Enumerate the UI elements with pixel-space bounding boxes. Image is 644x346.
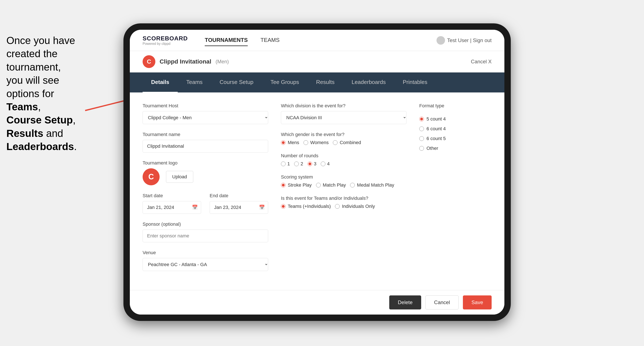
scoring-medal-match-option[interactable]: Medal Match Play: [350, 182, 394, 188]
scoring-match-radio[interactable]: [316, 183, 321, 187]
round-4-label: 4: [327, 161, 330, 167]
host-select[interactable]: Clippd College - Men: [142, 111, 268, 124]
gender-combined-label: Combined: [340, 140, 361, 145]
format-other-label: Other: [426, 146, 438, 151]
instruction-line3: tournament,: [6, 61, 61, 73]
tab-results[interactable]: Results: [308, 72, 343, 92]
round-4-radio[interactable]: [321, 162, 326, 166]
format-other-option[interactable]: Other: [419, 146, 492, 151]
scoring-medal-match-radio[interactable]: [350, 183, 355, 187]
round-1-option[interactable]: 1: [281, 161, 290, 167]
format-5count4-option[interactable]: 5 count 4: [419, 116, 492, 122]
user-area: Test User | Sign out: [436, 36, 492, 45]
format-6count4-radio[interactable]: [419, 127, 424, 131]
round-4-option[interactable]: 4: [321, 161, 330, 167]
user-avatar: [436, 36, 445, 45]
logo-upload-area: C Upload: [142, 168, 268, 185]
gender-label: Which gender is the event for?: [281, 132, 406, 137]
end-date-wrap: 📅: [210, 201, 268, 214]
round-2-radio[interactable]: [294, 162, 299, 166]
gender-combined-radio[interactable]: [333, 140, 338, 145]
individuals-only-radio[interactable]: [335, 204, 340, 209]
start-date-label: Start date: [142, 193, 201, 198]
format-other-radio[interactable]: [419, 146, 424, 151]
gender-combined-option[interactable]: Combined: [333, 140, 361, 145]
nav-teams[interactable]: TEAMS: [260, 35, 280, 46]
host-label: Tournament Host: [142, 103, 268, 109]
upload-button[interactable]: Upload: [166, 171, 193, 183]
delete-button[interactable]: Delete: [389, 295, 421, 310]
tab-course-setup[interactable]: Course Setup: [211, 72, 262, 92]
scoring-match-option[interactable]: Match Play: [316, 182, 346, 188]
tab-teams[interactable]: Teams: [178, 72, 211, 92]
scoring-label: Scoring system: [281, 174, 406, 180]
teams-plus-ind-radio[interactable]: [281, 204, 286, 209]
instruction-bold-teams: Teams: [6, 101, 38, 112]
scoring-match-label: Match Play: [323, 182, 346, 188]
name-field-group: Tournament name: [142, 132, 268, 153]
tablet-screen: SCOREBOARD Powered by clippd TOURNAMENTS…: [130, 30, 504, 315]
scoring-field-group: Scoring system Stroke Play Match Play: [281, 174, 406, 188]
format-label: Format type: [419, 103, 492, 109]
user-text[interactable]: Test User | Sign out: [447, 37, 492, 43]
cancel-button[interactable]: Cancel: [426, 295, 459, 310]
tab-details[interactable]: Details: [142, 72, 178, 92]
instruction-text: Once you have created the tournament, yo…: [0, 30, 111, 158]
round-3-radio[interactable]: [308, 162, 312, 166]
gender-mens-option[interactable]: Mens: [281, 140, 299, 145]
name-label: Tournament name: [142, 132, 268, 137]
format-6count4-option[interactable]: 6 count 4: [419, 126, 492, 132]
cancel-header-button[interactable]: Cancel X: [471, 59, 492, 65]
gender-womens-radio[interactable]: [304, 140, 308, 145]
round-3-option[interactable]: 3: [308, 161, 316, 167]
nav-tournaments[interactable]: TOURNAMENTS: [205, 35, 248, 46]
individuals-only-option[interactable]: Individuals Only: [335, 204, 375, 209]
scoring-stroke-option[interactable]: Stroke Play: [281, 182, 312, 188]
format-6count5-radio[interactable]: [419, 136, 424, 141]
sponsor-input[interactable]: [142, 229, 268, 242]
middle-column: Which division is the event for? NCAA Di…: [281, 103, 406, 280]
round-3-label: 3: [314, 161, 316, 167]
logo-area: SCOREBOARD Powered by clippd: [142, 35, 188, 46]
logo-text: SCOREBOARD: [142, 35, 188, 42]
teams-radio-group: Teams (+Individuals) Individuals Only: [281, 204, 406, 209]
scoring-radio-group: Stroke Play Match Play Medal Match Play: [281, 182, 406, 188]
left-column: Tournament Host Clippd College - Men Tou…: [142, 103, 268, 280]
round-1-radio[interactable]: [281, 162, 286, 166]
rounds-radio-group: 1 2 3 4: [281, 161, 406, 167]
tab-tee-groups[interactable]: Tee Groups: [262, 72, 308, 92]
tablet-frame: SCOREBOARD Powered by clippd TOURNAMENTS…: [124, 23, 511, 321]
sponsor-label: Sponsor (optional): [142, 221, 268, 227]
round-2-option[interactable]: 2: [294, 161, 303, 167]
format-5count4-radio[interactable]: [419, 117, 424, 121]
gender-womens-option[interactable]: Womens: [304, 140, 328, 145]
instruction-bold-leaderboards: Leaderboards: [6, 141, 74, 152]
top-nav: SCOREBOARD Powered by clippd TOURNAMENTS…: [130, 30, 504, 51]
nav-links: TOURNAMENTS TEAMS: [205, 35, 280, 46]
name-input[interactable]: [142, 140, 268, 153]
tab-printables[interactable]: Printables: [394, 72, 436, 92]
instruction-line2: created the: [6, 48, 58, 59]
host-field-group: Tournament Host Clippd College - Men: [142, 103, 268, 124]
end-date-label: End date: [210, 193, 268, 198]
round-2-label: 2: [300, 161, 303, 167]
division-select[interactable]: NCAA Division III: [281, 111, 406, 124]
teams-plus-ind-option[interactable]: Teams (+Individuals): [281, 204, 331, 209]
format-6count4-label: 6 count 4: [426, 126, 446, 132]
gender-mens-radio[interactable]: [281, 140, 286, 145]
gender-mens-label: Mens: [288, 140, 299, 145]
tournament-header: C Clippd Invitational (Men) Cancel X: [130, 51, 504, 72]
tab-leaderboards[interactable]: Leaderboards: [343, 72, 394, 92]
scoring-medal-match-label: Medal Match Play: [357, 182, 394, 188]
save-button[interactable]: Save: [463, 295, 492, 310]
bottom-bar: Delete Cancel Save: [130, 290, 504, 315]
logo-sub: Powered by clippd: [142, 42, 188, 46]
format-5count4-label: 5 count 4: [426, 116, 446, 122]
round-1-label: 1: [287, 161, 290, 167]
scoring-stroke-radio[interactable]: [281, 183, 286, 187]
start-date-group: Start date 📅: [142, 193, 201, 214]
format-6count5-option[interactable]: 6 count 5: [419, 136, 492, 141]
rounds-label: Number of rounds: [281, 153, 406, 159]
venue-select[interactable]: Peachtree GC - Atlanta - GA: [142, 258, 268, 271]
tournament-logo-icon: C: [142, 55, 155, 68]
